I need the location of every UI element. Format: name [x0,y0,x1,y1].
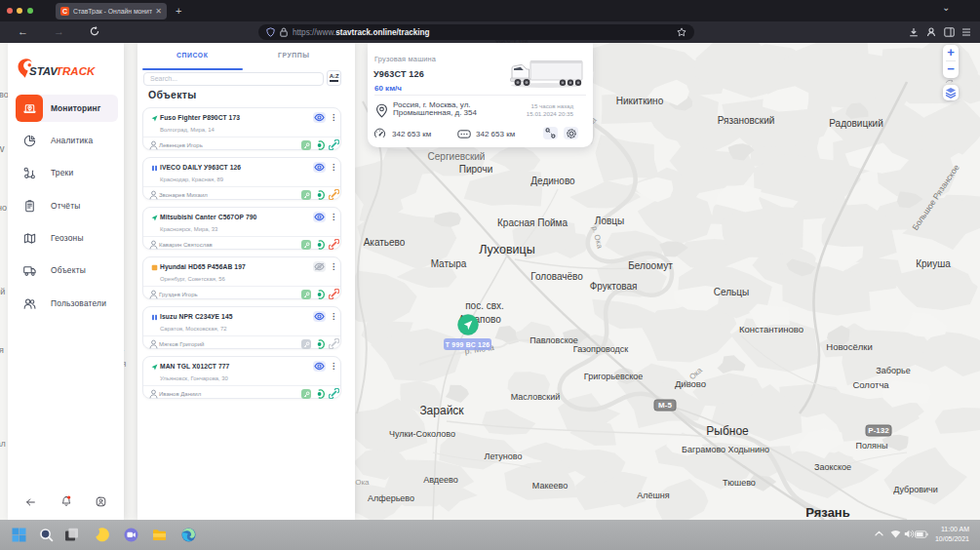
svg-text:М-5: М-5 [658,401,672,410]
svg-text:Криуша: Криуша [916,258,951,269]
svg-text:Чулки-Соколово: Чулки-Соколово [389,429,455,439]
svg-text:Рязановский: Рязановский [718,115,775,126]
svg-text:Красная Пойма: Красная Пойма [497,217,568,228]
svg-text:Константиново: Константиново [739,324,804,334]
svg-text:Т 999 ВС 126: Т 999 ВС 126 [446,341,490,348]
svg-text:TRACK: TRACK [56,65,96,77]
svg-text:Зарайск: Зарайск [419,404,464,417]
svg-text:Заборье: Заборье [876,366,910,375]
svg-text:Газопроводск: Газопроводск [573,344,628,354]
svg-text:Белоомут: Белоомут [628,260,673,271]
svg-text:STAV: STAV [29,65,59,77]
svg-text:Сергиевский: Сергиевский [428,151,486,162]
svg-text:Фруктовая: Фруктовая [590,281,638,292]
svg-text:Р-132: Р-132 [868,426,889,435]
svg-text:ря: ря [0,345,4,355]
svg-text:Дединово: Дединово [530,176,575,186]
svg-text:Заокское: Заокское [814,462,851,472]
svg-text:Матыра: Матыра [431,258,467,269]
svg-text:ино: ино [0,203,7,213]
svg-text:Никиткино: Никиткино [616,96,664,106]
svg-text:Авдеево: Авдеево [423,475,458,485]
svg-text:Луховицы: Луховицы [479,243,534,256]
svg-text:Летуново: Летуново [485,452,523,461]
svg-text:Алферьево: Алферьево [368,493,414,503]
svg-text:пос. свх.: пос. свх. [465,300,504,311]
svg-text:Масловский: Масловский [511,392,561,402]
svg-text:Радовицкий: Радовицкий [829,118,882,129]
svg-text:Сельцы: Сельцы [714,287,749,297]
svg-text:бой: бой [0,287,5,296]
svg-text:Тюшево: Тюшево [723,478,756,488]
svg-text:Павловское: Павловское [529,335,578,345]
svg-text:Новосёлки: Новосёлки [826,341,872,352]
svg-text:Пирочи: Пирочи [459,164,492,175]
svg-text:Акатьево: Акатьево [364,237,406,248]
svg-text:Дубровичи: Дубровичи [893,485,938,494]
svg-text:Макеево: Макеево [532,481,568,491]
svg-text:ал: ал [0,439,6,449]
svg-text:Григорьевское: Григорьевское [584,372,643,381]
svg-text:Рязань: Рязань [805,505,849,520]
svg-text:Рыбное: Рыбное [706,424,749,438]
svg-text:Головачёво: Головачёво [530,271,583,282]
svg-text:Солотча: Солотча [852,379,889,390]
svg-text:Алёшня: Алёшня [637,491,669,500]
svg-text:Баграмово Ходынино: Баграмово Ходынино [682,445,769,454]
svg-text:W: W [0,144,5,154]
svg-text:Поляны: Поляны [856,441,888,451]
